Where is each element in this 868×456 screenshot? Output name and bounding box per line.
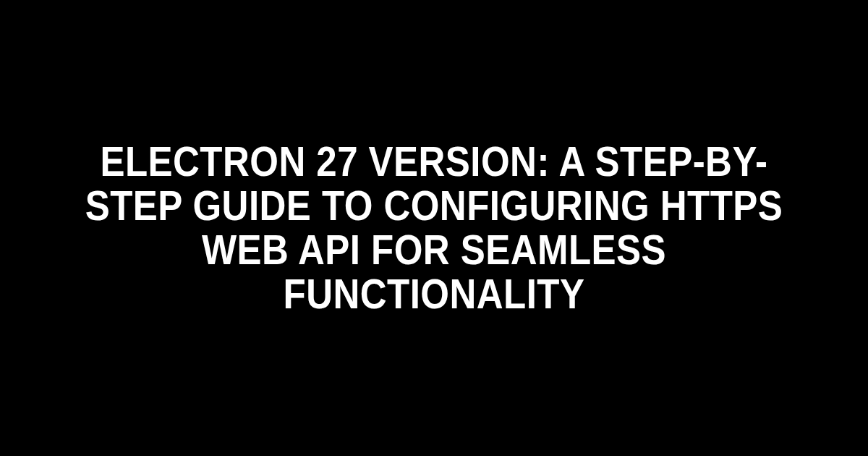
page-title: Electron 27 Version: A Step-by-Step Guid… [52,140,816,316]
